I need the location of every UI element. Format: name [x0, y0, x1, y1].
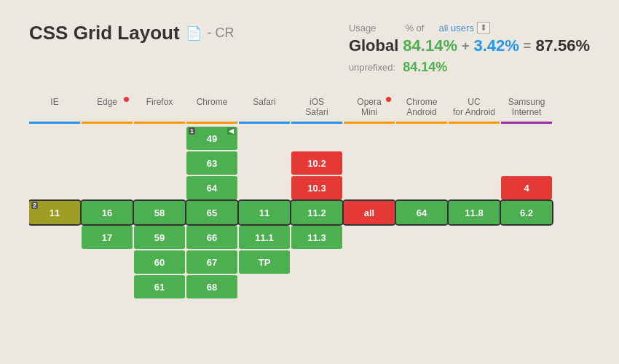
all-users-text: all users [438, 23, 473, 33]
table-cell[interactable]: 11.2 [291, 201, 342, 224]
table-cell [29, 151, 80, 175]
table-cell[interactable]: 60 [134, 250, 185, 274]
table-cell [82, 127, 133, 150]
table-cell[interactable]: 66 [186, 226, 237, 249]
table-cell[interactable]: 61 [134, 275, 185, 298]
table-cell [82, 250, 133, 274]
table-cell [29, 176, 80, 199]
table-cell [239, 176, 290, 199]
table-cell [344, 151, 395, 175]
table-cell [396, 250, 447, 274]
table-cell[interactable]: 11 [239, 201, 290, 224]
table-cell[interactable]: 6.2 [501, 201, 552, 224]
table-cell [29, 275, 80, 298]
table-cell [291, 127, 342, 150]
stats-row-top: Usage % of all users ⬍ [349, 22, 490, 33]
table-cell [291, 250, 342, 274]
table-cell [449, 275, 500, 298]
usage-label: Usage [349, 23, 376, 33]
browser-header-firefox: Firefox [134, 97, 185, 124]
browser-header-edge: Edge [82, 97, 133, 124]
table-cell[interactable]: all [344, 201, 395, 224]
table-row-6: 6168 [29, 275, 590, 298]
table-cell [239, 127, 290, 150]
table-cell[interactable]: 65 [186, 201, 237, 224]
table-cell [344, 226, 395, 249]
table-cell[interactable]: 17 [82, 226, 133, 249]
table-cell[interactable]: 58 [134, 201, 185, 224]
table-cell [344, 127, 395, 150]
table-row-5: 6067TP [29, 250, 590, 274]
global-label: Global [349, 36, 398, 55]
global-value-green: 84.14% [403, 36, 457, 55]
dot-red-icon [124, 97, 129, 102]
table-cell [344, 250, 395, 274]
table-cell[interactable]: 64 [186, 176, 237, 199]
compat-table: IEEdgeFirefoxChromeSafariiOSSafariOperaM… [29, 97, 590, 300]
table-cell [449, 151, 500, 175]
table-cell[interactable]: 59 [134, 226, 185, 249]
table-cell [501, 151, 552, 175]
table-cell [134, 127, 185, 150]
cr-badge: - CR [208, 25, 234, 41]
unprefixed-label: unprefixed: [349, 62, 395, 73]
table-cell[interactable]: 10.3 [291, 176, 342, 199]
browser-header-ie: IE [29, 97, 80, 124]
table-cell[interactable]: TP [239, 250, 290, 274]
table-cell[interactable]: 64 [396, 201, 447, 224]
table-cell [134, 151, 185, 175]
table-cell [29, 250, 80, 274]
table-cell [396, 127, 447, 150]
page: CSS Grid Layout 📄 - CR Usage % of all us… [0, 0, 619, 322]
equals-sign: = [524, 39, 532, 54]
table-cell [501, 275, 552, 298]
table-cell [344, 275, 395, 298]
table-cell [82, 275, 133, 298]
table-cell [29, 127, 80, 150]
table-cell[interactable]: 4 [501, 176, 552, 199]
browser-header-ucforandroid: UCfor Android [449, 97, 500, 124]
table-row-3: 1121658651111.2all6411.86.2 [29, 201, 590, 224]
table-cell[interactable]: 10.2 [291, 151, 342, 175]
table-cell[interactable]: 11.8 [449, 201, 500, 224]
global-value-blue: 3.42% [473, 36, 519, 55]
global-total: 87.56% [535, 36, 590, 55]
dropdown-arrow-icon[interactable]: ⬍ [477, 22, 490, 33]
table-cell [449, 127, 500, 150]
unprefixed-value: 84.14% [403, 60, 447, 75]
dot-red-icon [386, 97, 391, 102]
table-cell[interactable]: 491◀ [186, 127, 237, 150]
table-cell[interactable]: 67 [186, 250, 237, 274]
table-cell [396, 176, 447, 199]
browser-header-safari: Safari [239, 97, 290, 124]
table-cell [239, 275, 290, 298]
table-cell [449, 226, 500, 249]
table-cell [396, 151, 447, 175]
table-cell[interactable]: 11.3 [291, 226, 342, 249]
browser-header-chromeandroid: ChromeAndroid [396, 97, 447, 124]
table-cell[interactable]: 112 [29, 201, 80, 224]
users-dropdown[interactable]: all users ⬍ [438, 22, 489, 33]
browser-header-chrome: Chrome [186, 97, 237, 124]
table-cell [396, 275, 447, 298]
browser-header-samsunginternet: SamsungInternet [501, 97, 552, 124]
header: CSS Grid Layout 📄 - CR Usage % of all us… [29, 22, 590, 75]
table-cell[interactable]: 11.1 [239, 226, 290, 249]
table-cell [82, 151, 133, 175]
table-row-2: 6410.34 [29, 176, 590, 199]
data-rows: 491◀6310.26410.341121658651111.2all6411.… [29, 127, 590, 298]
table-cell [29, 226, 80, 249]
stats-numbers: Global 84.14% + 3.42% = 87.56% [349, 36, 590, 55]
table-row-0: 491◀ [29, 127, 590, 150]
table-cell[interactable]: 68 [186, 275, 237, 298]
table-row-4: 17596611.111.3 [29, 226, 590, 249]
table-cell [239, 151, 290, 175]
table-cell[interactable]: 16 [82, 201, 133, 224]
percent-of-label: % of [405, 23, 424, 33]
table-cell [501, 127, 552, 150]
table-cell[interactable]: 63 [186, 151, 237, 175]
plus-sign: + [462, 39, 470, 54]
flag-right: ◀ [227, 127, 235, 135]
browser-headers: IEEdgeFirefoxChromeSafariiOSSafariOperaM… [29, 97, 590, 124]
table-row-1: 6310.2 [29, 151, 590, 175]
